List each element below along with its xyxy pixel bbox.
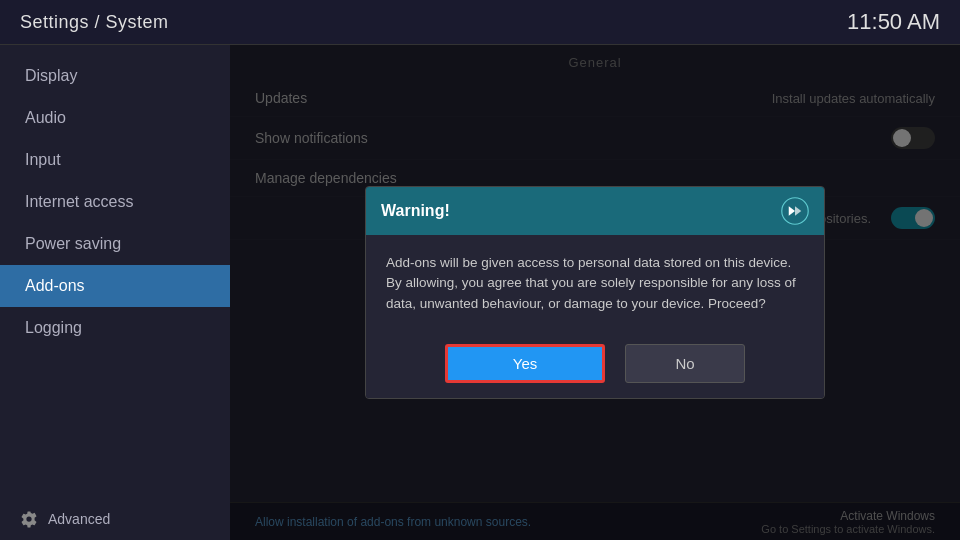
sidebar-item-logging[interactable]: Logging	[0, 307, 230, 349]
dialog-body: Add-ons will be given access to personal…	[366, 235, 824, 332]
sidebar-item-add-ons[interactable]: Add-ons	[0, 265, 230, 307]
page-title: Settings / System	[20, 12, 169, 33]
dialog-message: Add-ons will be given access to personal…	[386, 253, 804, 314]
clock: 11:50 AM	[847, 9, 940, 35]
dialog-buttons: Yes No	[366, 332, 824, 398]
sidebar-footer[interactable]: Advanced	[0, 498, 230, 540]
sidebar-item-display[interactable]: Display	[0, 55, 230, 97]
dialog-title: Warning!	[381, 202, 450, 220]
dialog-overlay: Warning! Add-ons will be given access to…	[230, 45, 960, 540]
sidebar-item-power-saving[interactable]: Power saving	[0, 223, 230, 265]
app-header: Settings / System 11:50 AM	[0, 0, 960, 45]
sidebar: Display Audio Input Internet access Powe…	[0, 45, 230, 540]
gear-icon	[20, 510, 38, 528]
advanced-label: Advanced	[48, 511, 110, 527]
main-layout: Display Audio Input Internet access Powe…	[0, 45, 960, 540]
no-button[interactable]: No	[625, 344, 745, 383]
sidebar-item-input[interactable]: Input	[0, 139, 230, 181]
kodi-logo-icon	[781, 197, 809, 225]
sidebar-item-audio[interactable]: Audio	[0, 97, 230, 139]
yes-button[interactable]: Yes	[445, 344, 605, 383]
content-area: General Updates Install updates automati…	[230, 45, 960, 540]
dialog-header: Warning!	[366, 187, 824, 235]
sidebar-item-internet-access[interactable]: Internet access	[0, 181, 230, 223]
warning-dialog: Warning! Add-ons will be given access to…	[365, 186, 825, 399]
